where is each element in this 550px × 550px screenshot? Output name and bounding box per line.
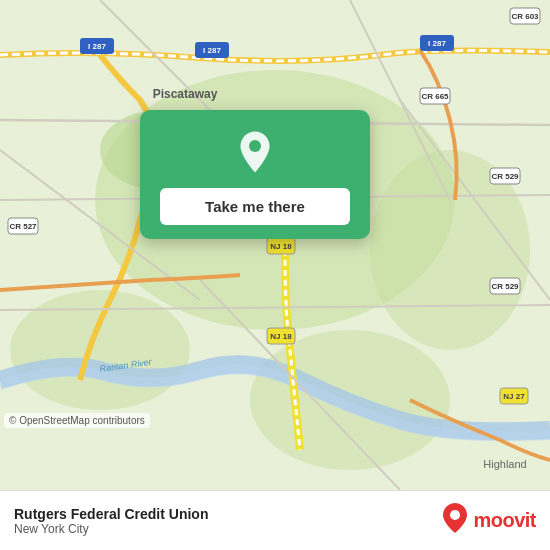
popup-card: Take me there <box>140 110 370 239</box>
svg-text:CR 527: CR 527 <box>9 222 37 231</box>
svg-text:NJ 18: NJ 18 <box>270 242 292 251</box>
location-city: New York City <box>14 522 208 536</box>
svg-text:CR 665: CR 665 <box>421 92 449 101</box>
svg-text:Highland: Highland <box>483 458 526 470</box>
svg-text:I 287: I 287 <box>203 46 221 55</box>
location-name: Rutgers Federal Credit Union <box>14 506 208 522</box>
svg-text:CR 529: CR 529 <box>491 282 519 291</box>
copyright-bar: © OpenStreetMap contributors <box>4 413 150 428</box>
take-me-there-button[interactable]: Take me there <box>160 188 350 225</box>
svg-text:CR 603: CR 603 <box>511 12 539 21</box>
copyright-text: © OpenStreetMap contributors <box>9 415 145 426</box>
svg-text:I 287: I 287 <box>428 39 446 48</box>
svg-text:NJ 18: NJ 18 <box>270 332 292 341</box>
moovit-logo[interactable]: moovit <box>441 501 536 541</box>
location-info: Rutgers Federal Credit Union New York Ci… <box>14 506 208 536</box>
location-pin-icon <box>231 128 279 176</box>
moovit-pin-icon <box>441 501 469 541</box>
moovit-text: moovit <box>473 509 536 532</box>
svg-point-39 <box>249 140 261 152</box>
bottom-bar: Rutgers Federal Credit Union New York Ci… <box>0 490 550 550</box>
svg-text:Piscataway: Piscataway <box>153 87 218 101</box>
svg-point-40 <box>450 510 460 520</box>
svg-text:I 287: I 287 <box>88 42 106 51</box>
map-container: I 287 I 287 I 287 CR 603 CR 665 CR 529 C… <box>0 0 550 490</box>
svg-text:NJ 27: NJ 27 <box>503 392 525 401</box>
svg-text:CR 529: CR 529 <box>491 172 519 181</box>
